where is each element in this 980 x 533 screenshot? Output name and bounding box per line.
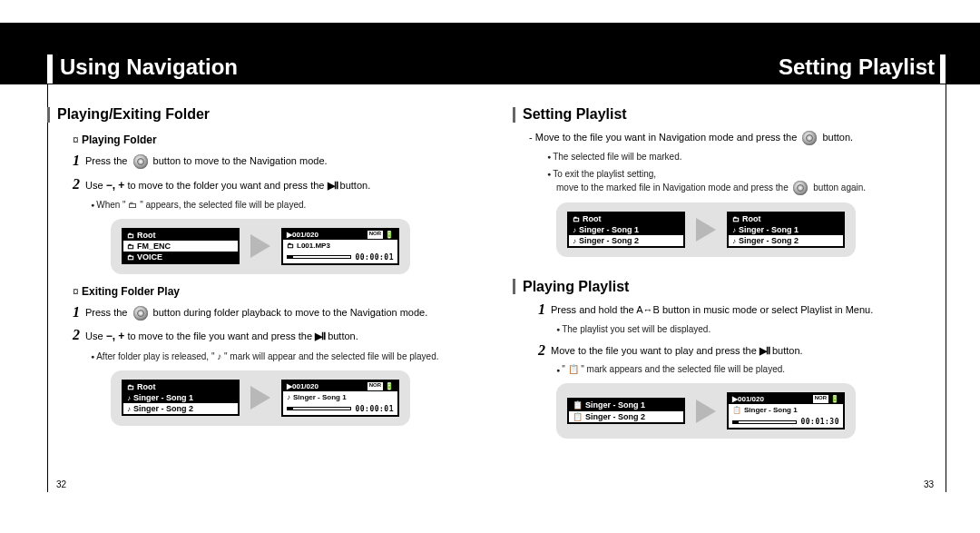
header-right-rule — [940, 54, 946, 84]
note-bullet: After folder play is released, " ♪ " mar… — [91, 350, 483, 363]
lcd-illustration-1: Root FM_ENC VOICE ▶001/020 NOR🔋 L001.MP3… — [111, 219, 410, 274]
lcd-nav-screen: 📋Singer - Song 1 📋Singer - Song 2 — [567, 398, 685, 424]
subsection-exiting-folder-play: Exiting Folder Play — [73, 285, 483, 298]
step-2: 2 Use −, + to move to the folder you wan… — [73, 177, 483, 194]
step-intro: Move to the file you want in Navigation … — [529, 130, 948, 146]
header-title-left: Using Navigation — [60, 54, 238, 80]
page-number-left: 32 — [56, 479, 66, 489]
folder-icon: 🗀 — [128, 200, 137, 210]
center-button-icon — [133, 154, 148, 169]
repeat-ab-icon: ↔ — [643, 304, 653, 315]
lcd-nav-screen: Root FM_ENC VOICE — [122, 228, 240, 264]
arrow-icon — [696, 218, 716, 242]
minus-plus-icon: −, + — [106, 330, 125, 342]
step-2c: 2 Move to the file you want to play and … — [538, 343, 948, 360]
note-bullet: The selected file will be marked. — [547, 150, 948, 163]
page-number-right: 33 — [924, 479, 934, 489]
section-setting-playlist: Setting Playlist — [513, 106, 948, 123]
lcd-illustration-2: Root Singer - Song 1 Singer - Song 2 ▶00… — [111, 370, 410, 426]
lcd-play-screen: ▶001/020 NOR🔋 📋Singer - Song 1 00:01:30 — [727, 392, 845, 429]
play-pause-icon: ▶Ⅱ — [760, 345, 769, 356]
note-bullet: When " 🗀 " appears, the selected file wi… — [91, 198, 483, 212]
lcd-nav-screen: Root Singer - Song 1 Singer - Song 2 — [122, 380, 240, 416]
play-pause-icon: ▶Ⅱ — [315, 331, 325, 341]
lcd-illustration-4: 📋Singer - Song 1 📋Singer - Song 2 ▶001/0… — [556, 383, 856, 439]
minus-plus-icon: −, + — [106, 179, 125, 192]
lcd-illustration-3: Root Singer - Song 1 Singer - Song 2 Roo… — [556, 202, 856, 257]
section-title-text: Playing Playlist — [523, 279, 629, 295]
center-button-icon — [133, 306, 148, 321]
header-left-rule — [47, 54, 53, 84]
section-playing-playlist: Playing Playlist — [513, 279, 948, 295]
arrow-icon — [696, 400, 716, 423]
header-title-right: Setting Playlist — [779, 54, 935, 80]
step-1: 1 Press the button to move to the Naviga… — [73, 153, 483, 170]
page-left: Playing/Exiting Folder Playing Folder 1 … — [47, 84, 483, 426]
section-title-text: Playing/Exiting Folder — [57, 106, 210, 123]
step-2b: 2 Use −, + to move to the file you want … — [73, 328, 483, 345]
center-button-icon — [793, 181, 808, 195]
note-bullet: The playlist you set will be displayed. — [556, 322, 948, 336]
play-pause-icon: ▶Ⅱ — [328, 179, 338, 190]
arrow-icon — [250, 234, 270, 258]
subsection-playing-folder: Playing Folder — [73, 133, 483, 146]
step-1b: 1 Press the button during folder playbac… — [73, 305, 483, 321]
section-playing-exiting-folder: Playing/Exiting Folder — [47, 106, 483, 123]
note-bullet: To exit the playlist setting, move to th… — [547, 167, 948, 195]
lcd-play-screen: ▶001/020 NOR🔋 L001.MP3 00:00:01 — [281, 228, 399, 265]
section-title-text: Setting Playlist — [523, 106, 627, 123]
lcd-nav-screen-b: Root Singer - Song 1 Singer - Song 2 — [727, 212, 845, 248]
lcd-play-screen: ▶001/020 NOR🔋 Singer - Song 1 00:00:01 — [281, 380, 399, 417]
center-button-icon — [802, 131, 817, 145]
step-1c: 1 Press and hold the A↔B button in music… — [538, 302, 948, 319]
arrow-icon — [250, 386, 270, 410]
page-right: Setting Playlist Move to the file you wa… — [513, 84, 948, 439]
lcd-nav-screen-a: Root Singer - Song 1 Singer - Song 2 — [567, 212, 685, 248]
note-bullet: " 📋 " mark appears and the selected file… — [556, 362, 948, 376]
